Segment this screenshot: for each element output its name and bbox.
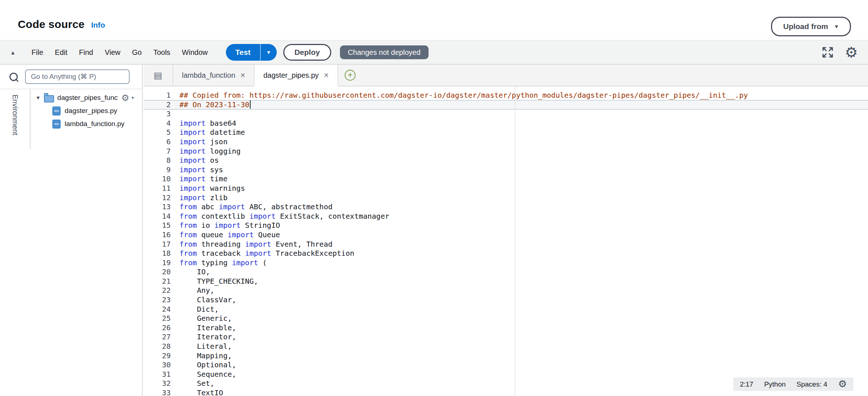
- test-button[interactable]: Test: [226, 44, 260, 61]
- environment-strip: Environment: [0, 89, 31, 149]
- code-line[interactable]: from contextlib import ExitStack, contex…: [179, 212, 868, 221]
- line-number: 28: [143, 342, 171, 351]
- text-cursor: [250, 100, 251, 109]
- code-line[interactable]: import sys: [179, 165, 868, 175]
- add-tab-icon[interactable]: +: [345, 70, 356, 81]
- code-line[interactable]: ## Copied from: https://raw.githubuserco…: [179, 91, 868, 100]
- python-file-icon: <>: [52, 120, 61, 129]
- tab-label: lambda_function: [182, 71, 235, 80]
- editor-tab-lambda_function[interactable]: lambda_function×: [173, 65, 255, 86]
- editor-tab-dagster_pipes-py[interactable]: dagster_pipes.py×: [254, 65, 338, 86]
- language-mode[interactable]: Python: [764, 380, 786, 388]
- upload-from-button[interactable]: Upload from ▼: [771, 17, 851, 36]
- code-line[interactable]: from traceback import TracebackException: [179, 249, 868, 258]
- code-line[interactable]: ClassVar,: [179, 295, 868, 305]
- code-line[interactable]: import json: [179, 137, 868, 147]
- code-line[interactable]: from queue import Queue: [179, 230, 868, 240]
- line-number: 17: [143, 240, 171, 249]
- code-line[interactable]: import warnings: [179, 184, 868, 193]
- code-line[interactable]: Literal,: [179, 342, 868, 351]
- test-split-button[interactable]: Test ▼: [226, 44, 277, 61]
- environment-tab[interactable]: Environment: [11, 94, 19, 135]
- line-number: 31: [143, 370, 171, 379]
- tab-label: dagster_pipes.py: [263, 71, 319, 80]
- line-number: 6: [143, 137, 171, 147]
- fullscreen-expand-icon[interactable]: [822, 46, 834, 58]
- code-line[interactable]: Mapping,: [179, 351, 868, 361]
- info-link[interactable]: Info: [91, 21, 105, 29]
- menu-item-go[interactable]: Go: [126, 48, 147, 57]
- test-caret-segment[interactable]: ▼: [260, 44, 277, 61]
- changes-status-badge: Changes not deployed: [340, 45, 429, 59]
- editor-statusbar: 2:17 Python Spaces: 4 ⚙: [733, 377, 853, 391]
- code-line[interactable]: Any,: [179, 286, 868, 295]
- code-line[interactable]: from io import StringIO: [179, 221, 868, 230]
- code-line[interactable]: from abc import ABC, abstractmethod: [179, 202, 868, 212]
- code-line[interactable]: import logging: [179, 147, 868, 156]
- line-number: 24: [143, 305, 171, 314]
- file-name: dagster_pipes.py: [65, 107, 117, 115]
- code-lines: ## Copied from: https://raw.githubuserco…: [179, 91, 868, 396]
- code-line[interactable]: Iterator,: [179, 332, 868, 342]
- code-line[interactable]: from threading import Event, Thread: [179, 240, 868, 249]
- document-list-icon[interactable]: ▤: [143, 65, 173, 86]
- code-line[interactable]: import os: [179, 156, 868, 165]
- code-line[interactable]: import datetime: [179, 128, 868, 137]
- menu-item-edit[interactable]: Edit: [49, 48, 73, 57]
- line-number: 5: [143, 128, 171, 137]
- sidebar: Environment ▼ dagster_pipes_funct ⚙ ▼ <>…: [0, 65, 143, 396]
- gear-icon: ⚙: [121, 93, 129, 102]
- code-line[interactable]: Generic,: [179, 314, 868, 323]
- upload-from-label: Upload from: [783, 22, 828, 31]
- close-icon[interactable]: ×: [324, 71, 329, 80]
- code-line[interactable]: from typing import (: [179, 258, 868, 268]
- editor-tabbar: ▤ lambda_function×dagster_pipes.py× +: [143, 65, 868, 86]
- menu-item-file[interactable]: File: [26, 48, 49, 57]
- code-line[interactable]: import zlib: [179, 193, 868, 203]
- python-file-icon: <>: [52, 106, 61, 116]
- code-line[interactable]: Optional,: [179, 360, 868, 370]
- tree-item-folder[interactable]: ▼ dagster_pipes_funct ⚙ ▼: [31, 91, 142, 104]
- code-line[interactable]: [179, 109, 868, 119]
- statusbar-gear-icon[interactable]: ⚙: [838, 379, 847, 389]
- line-number: 15: [143, 221, 171, 230]
- code-line[interactable]: import base64: [179, 119, 868, 128]
- menu-item-tools[interactable]: Tools: [147, 48, 176, 57]
- code-line[interactable]: TYPE_CHECKING,: [179, 277, 868, 286]
- menu-item-view[interactable]: View: [99, 48, 126, 57]
- line-number: 30: [143, 360, 171, 370]
- tree-item-file[interactable]: <>lambda_function.py: [31, 117, 142, 130]
- line-number: 12: [143, 193, 171, 203]
- caret-down-icon: ▼: [834, 24, 839, 29]
- tree-item-file[interactable]: <>dagster_pipes.py: [31, 104, 142, 117]
- code-line[interactable]: IO,: [179, 267, 868, 277]
- line-number: 1: [143, 91, 171, 100]
- code-line[interactable]: ## On 2023-11-30: [179, 100, 868, 110]
- code-editor[interactable]: 1234567891011121314151617181920212223242…: [143, 86, 868, 396]
- tree-settings-gear-icon[interactable]: ⚙ ▼: [121, 93, 135, 102]
- menu-item-window[interactable]: Window: [176, 48, 214, 57]
- line-number: 4: [143, 119, 171, 128]
- editor-settings-gear-icon[interactable]: ⚙: [845, 45, 858, 60]
- line-number: 7: [143, 147, 171, 156]
- chevron-down-icon[interactable]: ▼: [36, 95, 41, 101]
- line-number: 23: [143, 295, 171, 305]
- line-number: 33: [143, 388, 171, 396]
- deploy-button[interactable]: Deploy: [283, 44, 331, 61]
- menu-item-find[interactable]: Find: [73, 48, 99, 57]
- code-line[interactable]: import time: [179, 174, 868, 184]
- line-number: 19: [143, 258, 171, 268]
- search-icon[interactable]: [9, 73, 18, 81]
- line-number: 22: [143, 286, 171, 295]
- indentation-setting[interactable]: Spaces: 4: [796, 380, 827, 388]
- search-row: [0, 65, 142, 89]
- line-number: 26: [143, 323, 171, 333]
- line-number: 21: [143, 277, 171, 286]
- goto-anything-input[interactable]: [25, 69, 130, 84]
- menubar: ▲ FileEditFindViewGoToolsWindow Test ▼ D…: [0, 41, 868, 65]
- code-line[interactable]: Iterable,: [179, 323, 868, 333]
- collapse-panel-icon[interactable]: ▲: [10, 49, 16, 56]
- code-line[interactable]: Dict,: [179, 305, 868, 314]
- close-icon[interactable]: ×: [240, 71, 245, 80]
- line-number: 16: [143, 230, 171, 240]
